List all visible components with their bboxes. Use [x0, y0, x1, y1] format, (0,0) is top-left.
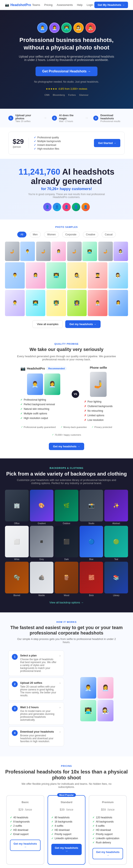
premium-features: 120 headshots All backgrounds 6 outfits …: [92, 815, 123, 845]
samples-actions: View all examples Get my headshots →: [5, 320, 128, 328]
preview-img-3: 👨‍💻: [80, 700, 96, 721]
process-step-1[interactable]: 1 Select a plan Choose the type of heads…: [8, 650, 64, 676]
tab-women[interactable]: Women: [44, 231, 59, 238]
sample-img-10: 👩‍🏫: [67, 290, 87, 316]
quality-cta-button[interactable]: Get my headshots →: [49, 443, 84, 450]
sample-img-3: 👨‍💻: [46, 262, 66, 288]
trust-3: ✓ Privacy protected: [92, 426, 112, 428]
prem-feat-4: HD download: [92, 828, 123, 832]
hero-description: Upload your selfies and get stunning AI-…: [19, 55, 114, 62]
process-heading: The fastest and easiest way to get you o…: [8, 625, 125, 636]
process-step-3[interactable]: 3 Wait 1-2 hours Our AI model trains on …: [8, 702, 64, 725]
avatar-5: 👤: [82, 203, 90, 211]
after-img-3: 👨‍💻: [82, 242, 97, 261]
backdrop-gradient-label: Gradient: [30, 522, 54, 525]
samples-row-1: 🤳 👨‍💼 🤳 👩‍💼 🤳 👨‍💻 🤳 👩‍🔬: [5, 242, 128, 261]
step-title-3: Wait 1-2 hours: [20, 706, 57, 709]
hero-section: 👨‍💼 👩‍💼 👨‍💻 👩‍🔬 👨‍🎨 Professional busines…: [0, 10, 133, 109]
before-img-3: 🤳: [67, 242, 82, 261]
hero-cta-button[interactable]: Get Professional Headshots →: [36, 67, 97, 76]
trust-row: ✓ Professional quality guaranteed ✓ Mone…: [8, 422, 125, 439]
feature-3: Instant download: [34, 144, 61, 147]
quality-section: Quality Promise We take our quality very…: [0, 334, 133, 458]
step-2-title: AI does the magic: [59, 114, 80, 120]
pro-feat-5: High resolution output: [20, 416, 67, 421]
get-headshots-button[interactable]: Get my headshots →: [65, 320, 100, 328]
after-img-2: 👩‍💼: [51, 242, 66, 261]
customer-avatars: 👤 👤 👤 👤 👤: [8, 203, 125, 211]
samples-section: Photo Samples All Men Women Corporate Cr…: [0, 219, 133, 335]
process-preview: 👨‍💼 👩‍💼 👨‍💻 👩‍🔬: [69, 650, 125, 748]
prem-feat-6: LinkedIn optimization: [92, 836, 123, 840]
process-step-4[interactable]: 4 Download your headshots Browse your ge…: [8, 726, 64, 746]
step-num-4: 4: [12, 730, 18, 736]
backdrop-brick: 🧱 Brick: [80, 562, 103, 596]
tab-creative[interactable]: Creative: [83, 231, 98, 238]
popular-badge: Most Popular: [57, 793, 76, 797]
preview-img-1: 👨‍💼: [80, 677, 96, 699]
samples-tabs: All Men Women Corporate Creative Casual: [5, 231, 128, 238]
sample-img-2: 👩‍💼: [26, 262, 46, 288]
backdrop-view-all-link[interactable]: View all backdrop options →: [49, 601, 84, 604]
basic-feat-4: HD download: [10, 828, 41, 832]
selfie-feat-3: No retouching: [84, 408, 113, 413]
nav-link-pricing[interactable]: Pricing: [44, 3, 53, 6]
stat-number: 11,241,760 AI headshots already generate…: [8, 167, 125, 186]
backdrop-office-label: Office: [5, 522, 29, 525]
price-display: $29 /person: [13, 138, 24, 148]
pro-column: 📷 HeadshotPro Recommended 👨‍💼 👩‍💼 Profes…: [20, 366, 67, 422]
process-label: How It Works: [8, 621, 125, 623]
tab-all[interactable]: All: [17, 231, 26, 238]
nav-link-assessments[interactable]: Assessments: [57, 3, 73, 6]
nav-cta-button[interactable]: Get My Headshots →: [94, 2, 128, 8]
step-3-title: Download headshots: [100, 114, 125, 120]
pricing-heading: Professional headshots for 10x less than…: [5, 769, 128, 781]
logo-glamour: Glamour: [79, 94, 89, 96]
tab-casual[interactable]: Casual: [102, 231, 116, 238]
view-more-button[interactable]: View all examples: [33, 320, 63, 328]
standard-features: 80 headshots 16 backgrounds 4 outfits HD…: [51, 815, 82, 840]
sample-img-8: 👩‍💻: [26, 290, 46, 316]
backdrop-abstract: ✨ Abstract: [104, 490, 128, 524]
step-desc-4: Browse your generated headshots and down…: [20, 734, 57, 743]
before-img-4: 🤳: [98, 242, 113, 261]
prem-feat-5: Priority support: [92, 832, 123, 836]
pricing-desc: We offer flexible pricing plans for indi…: [19, 782, 114, 788]
process-layout: 1 Select a plan Choose the type of heads…: [8, 650, 125, 748]
pro-feat-4: Multiple outfit options: [20, 411, 67, 416]
basic-cta-button[interactable]: Get my headshots →: [10, 840, 41, 851]
logo-forbes: Forbes: [68, 94, 76, 96]
step-divider-2: →: [85, 116, 88, 120]
backdrop-blurred-label: Blurred: [5, 594, 29, 596]
backdrop-library: 📚 Library: [104, 562, 128, 596]
process-desc: Our simple 4-step process gets you from …: [17, 638, 116, 644]
price-value: $29: [13, 138, 24, 146]
standard-cta-button[interactable]: Get my headshots →: [51, 844, 82, 855]
premium-cta-button[interactable]: Get my headshots →: [92, 848, 123, 859]
strip-cta-button[interactable]: Get Started →: [94, 139, 120, 147]
selfie-features: Poor lighting Cluttered backgrounds No r…: [84, 399, 113, 422]
nav-link-teams[interactable]: Teams: [32, 3, 40, 6]
tab-men[interactable]: Men: [30, 231, 41, 238]
feature-1: Professional quality: [34, 136, 61, 139]
process-step-2[interactable]: 2 Upload 20 selfies Take 20 casual selfi…: [8, 678, 64, 701]
step-desc-1: Choose the type of headshots that best r…: [20, 658, 57, 673]
before-img-1: 🤳: [5, 242, 19, 261]
prem-feat-1: 120 headshots: [92, 815, 123, 819]
pro-img-1: 👨‍💼: [27, 373, 43, 395]
backdrop-dark: ⬛ Dark: [55, 526, 78, 560]
hero-rating: ★★★★★ 4.8/5 from 3,000+ reviews: [8, 87, 125, 90]
trust-2: ✓ Money-back guarantee: [61, 426, 87, 428]
process-section: How It Works The fastest and easiest way…: [0, 612, 133, 756]
nav-link-help[interactable]: Help: [77, 3, 83, 6]
backdrop-abstract-label: Abstract: [104, 522, 128, 525]
tab-corporate[interactable]: Corporate: [62, 231, 79, 238]
navbar: 📷 HeadshotPro Teams Pricing Assessments …: [0, 0, 133, 10]
avatar-4: 👤: [72, 203, 80, 211]
step-chevron-3: ›: [59, 706, 60, 709]
nav-link-login[interactable]: Login: [87, 3, 93, 6]
step-content-2: Upload 20 selfies Take 20 casual selfies…: [20, 681, 57, 697]
premium-name: Premium: [92, 801, 123, 804]
sample-img-11: 👨‍💼: [88, 290, 107, 316]
step-2-desc: Wait ~2 hours: [59, 120, 80, 122]
